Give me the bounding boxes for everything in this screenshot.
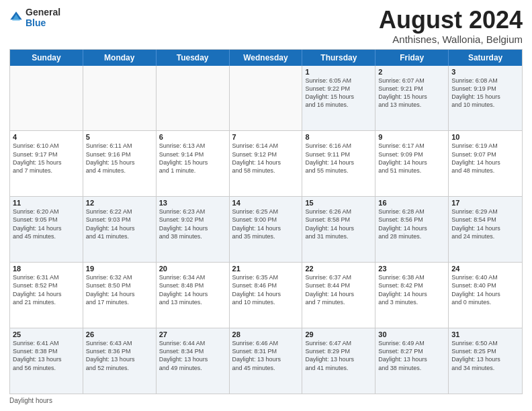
day-info: Sunrise: 6:19 AM Sunset: 9:07 PM Dayligh… [451, 142, 519, 175]
calendar-week-5: 25Sunrise: 6:41 AM Sunset: 8:38 PM Dayli… [10, 328, 522, 394]
logo-text: General Blue [26, 7, 60, 28]
title-area: August 2024 Anthisnes, Wallonia, Belgium [379, 7, 523, 45]
day-number: 30 [378, 330, 445, 338]
header-day-sunday: Sunday [10, 50, 83, 66]
day-info: Sunrise: 6:23 AM Sunset: 9:02 PM Dayligh… [159, 208, 226, 240]
calendar-cell-4-1: 18Sunrise: 6:31 AM Sunset: 8:52 PM Dayli… [10, 263, 83, 328]
day-info: Sunrise: 6:20 AM Sunset: 9:05 PM Dayligh… [13, 208, 80, 240]
day-number: 21 [232, 265, 300, 273]
header-day-tuesday: Tuesday [157, 50, 230, 66]
calendar-cell-1-6: 2Sunrise: 6:07 AM Sunset: 9:21 PM Daylig… [375, 66, 449, 131]
subtitle: Anthisnes, Wallonia, Belgium [379, 34, 523, 45]
calendar-body: 1Sunrise: 6:05 AM Sunset: 9:22 PM Daylig… [10, 66, 522, 394]
main-title: August 2024 [379, 7, 523, 34]
day-number: 31 [451, 330, 519, 338]
calendar-cell-2-1: 4Sunrise: 6:10 AM Sunset: 9:17 PM Daylig… [10, 131, 83, 196]
header-day-monday: Monday [83, 50, 157, 66]
day-number: 24 [451, 265, 519, 273]
day-number: 13 [159, 199, 226, 207]
calendar-cell-3-1: 11Sunrise: 6:20 AM Sunset: 9:05 PM Dayli… [10, 197, 83, 262]
logo-icon [9, 11, 23, 24]
header-day-saturday: Saturday [449, 50, 522, 66]
day-info: Sunrise: 6:34 AM Sunset: 8:48 PM Dayligh… [159, 273, 226, 306]
day-number: 4 [13, 133, 80, 141]
day-info: Sunrise: 6:11 AM Sunset: 9:16 PM Dayligh… [86, 142, 153, 175]
day-info: Sunrise: 6:17 AM Sunset: 9:09 PM Dayligh… [378, 142, 445, 175]
day-info: Sunrise: 6:25 AM Sunset: 9:00 PM Dayligh… [232, 208, 300, 240]
footer-text: Daylight hours [9, 397, 52, 404]
day-number: 23 [378, 265, 445, 273]
day-number: 5 [86, 133, 153, 141]
day-number: 8 [305, 133, 372, 141]
calendar-week-3: 11Sunrise: 6:20 AM Sunset: 9:05 PM Dayli… [10, 197, 522, 263]
day-number: 9 [378, 133, 445, 141]
logo-area: General Blue [9, 7, 60, 28]
calendar-cell-2-6: 9Sunrise: 6:17 AM Sunset: 9:09 PM Daylig… [375, 131, 449, 196]
calendar-cell-2-2: 5Sunrise: 6:11 AM Sunset: 9:16 PM Daylig… [83, 131, 157, 196]
day-number: 14 [232, 199, 300, 207]
calendar-cell-1-1 [10, 66, 83, 131]
calendar-cell-3-2: 12Sunrise: 6:22 AM Sunset: 9:03 PM Dayli… [83, 197, 157, 262]
day-number: 25 [13, 330, 80, 338]
calendar-cell-1-3 [157, 66, 230, 131]
day-number: 7 [232, 133, 300, 141]
page: General Blue August 2024 Anthisnes, Wall… [0, 0, 532, 411]
calendar-cell-5-7: 31Sunrise: 6:50 AM Sunset: 8:25 PM Dayli… [449, 328, 522, 394]
day-number: 6 [159, 133, 226, 141]
day-info: Sunrise: 6:08 AM Sunset: 9:19 PM Dayligh… [451, 77, 519, 109]
day-number: 1 [305, 68, 372, 76]
day-info: Sunrise: 6:49 AM Sunset: 8:27 PM Dayligh… [378, 339, 445, 372]
calendar-cell-4-7: 24Sunrise: 6:40 AM Sunset: 8:40 PM Dayli… [449, 263, 522, 328]
calendar-cell-1-2 [83, 66, 157, 131]
calendar-week-2: 4Sunrise: 6:10 AM Sunset: 9:17 PM Daylig… [10, 131, 522, 197]
calendar-cell-2-3: 6Sunrise: 6:13 AM Sunset: 9:14 PM Daylig… [157, 131, 230, 196]
calendar-week-4: 18Sunrise: 6:31 AM Sunset: 8:52 PM Dayli… [10, 263, 522, 328]
day-number: 19 [86, 265, 153, 273]
day-info: Sunrise: 6:41 AM Sunset: 8:38 PM Dayligh… [13, 339, 80, 372]
logo-general: General [26, 7, 60, 17]
day-number: 10 [451, 133, 519, 141]
header: General Blue August 2024 Anthisnes, Wall… [9, 7, 523, 45]
day-info: Sunrise: 6:13 AM Sunset: 9:14 PM Dayligh… [159, 142, 226, 175]
day-info: Sunrise: 6:07 AM Sunset: 9:21 PM Dayligh… [378, 77, 445, 109]
day-number: 11 [13, 199, 80, 207]
calendar-cell-3-7: 17Sunrise: 6:29 AM Sunset: 8:54 PM Dayli… [449, 197, 522, 262]
day-info: Sunrise: 6:10 AM Sunset: 9:17 PM Dayligh… [13, 142, 80, 175]
day-number: 28 [232, 330, 300, 338]
calendar-cell-3-3: 13Sunrise: 6:23 AM Sunset: 9:02 PM Dayli… [157, 197, 230, 262]
header-day-wednesday: Wednesday [230, 50, 303, 66]
day-info: Sunrise: 6:26 AM Sunset: 8:58 PM Dayligh… [305, 208, 372, 240]
day-number: 20 [159, 265, 226, 273]
calendar-cell-2-4: 7Sunrise: 6:14 AM Sunset: 9:12 PM Daylig… [230, 131, 303, 196]
calendar-cell-5-4: 28Sunrise: 6:46 AM Sunset: 8:31 PM Dayli… [230, 328, 303, 394]
calendar-cell-5-5: 29Sunrise: 6:47 AM Sunset: 8:29 PM Dayli… [302, 328, 375, 394]
day-number: 29 [305, 330, 372, 338]
calendar-cell-3-4: 14Sunrise: 6:25 AM Sunset: 9:00 PM Dayli… [230, 197, 303, 262]
day-info: Sunrise: 6:29 AM Sunset: 8:54 PM Dayligh… [451, 208, 519, 240]
calendar-week-1: 1Sunrise: 6:05 AM Sunset: 9:22 PM Daylig… [10, 66, 522, 132]
day-number: 2 [378, 68, 445, 76]
day-number: 27 [159, 330, 226, 338]
calendar: SundayMondayTuesdayWednesdayThursdayFrid… [9, 49, 523, 394]
day-number: 15 [305, 199, 372, 207]
calendar-cell-3-6: 16Sunrise: 6:28 AM Sunset: 8:56 PM Dayli… [375, 197, 449, 262]
header-day-thursday: Thursday [302, 50, 375, 66]
day-info: Sunrise: 6:40 AM Sunset: 8:40 PM Dayligh… [451, 273, 519, 306]
day-info: Sunrise: 6:46 AM Sunset: 8:31 PM Dayligh… [232, 339, 300, 372]
calendar-cell-1-7: 3Sunrise: 6:08 AM Sunset: 9:19 PM Daylig… [449, 66, 522, 131]
day-info: Sunrise: 6:31 AM Sunset: 8:52 PM Dayligh… [13, 273, 80, 306]
day-info: Sunrise: 6:28 AM Sunset: 8:56 PM Dayligh… [378, 208, 445, 240]
calendar-cell-2-5: 8Sunrise: 6:16 AM Sunset: 9:11 PM Daylig… [302, 131, 375, 196]
day-info: Sunrise: 6:16 AM Sunset: 9:11 PM Dayligh… [305, 142, 372, 175]
day-info: Sunrise: 6:35 AM Sunset: 8:46 PM Dayligh… [232, 273, 300, 306]
day-info: Sunrise: 6:37 AM Sunset: 8:44 PM Dayligh… [305, 273, 372, 306]
day-number: 3 [451, 68, 519, 76]
day-number: 12 [86, 199, 153, 207]
calendar-cell-1-5: 1Sunrise: 6:05 AM Sunset: 9:22 PM Daylig… [302, 66, 375, 131]
day-info: Sunrise: 6:22 AM Sunset: 9:03 PM Dayligh… [86, 208, 153, 240]
day-number: 18 [13, 265, 80, 273]
calendar-cell-4-3: 20Sunrise: 6:34 AM Sunset: 8:48 PM Dayli… [157, 263, 230, 328]
calendar-cell-3-5: 15Sunrise: 6:26 AM Sunset: 8:58 PM Dayli… [302, 197, 375, 262]
day-info: Sunrise: 6:32 AM Sunset: 8:50 PM Dayligh… [86, 273, 153, 306]
day-info: Sunrise: 6:47 AM Sunset: 8:29 PM Dayligh… [305, 339, 372, 372]
